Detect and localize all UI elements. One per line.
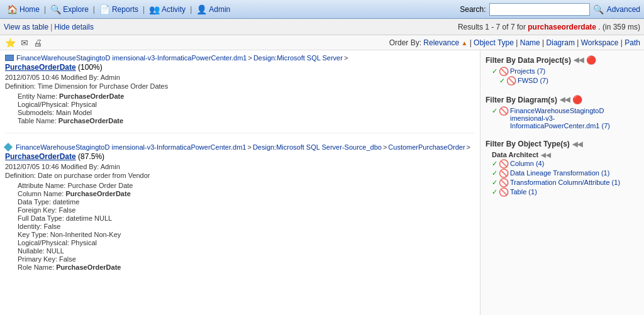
orderby-name[interactable]: Name	[520, 38, 540, 47]
filter-object-types: Filter By Object Type(s) ◀◀ Data Archite…	[486, 140, 639, 196]
view-as-table-link[interactable]: View as table	[4, 23, 48, 31]
diamond-icon	[4, 143, 13, 152]
advanced-link[interactable]: Advanced	[607, 5, 640, 14]
home-icon: 🏠	[7, 4, 18, 14]
filter-projects-link[interactable]: Projects (7)	[510, 67, 545, 75]
nav-reports[interactable]: 📄 Reports	[96, 3, 142, 16]
filter-column-link[interactable]: Column (4)	[510, 160, 544, 167]
filter-diagrams-toggle[interactable]: 🔴	[572, 95, 582, 104]
results-suffix: . (in 359 ms)	[598, 23, 640, 31]
orderby-objecttype[interactable]: Object Type	[474, 38, 514, 47]
filter-toggle-icon[interactable]: 🔴	[586, 55, 596, 65]
filter-item-transformation-col[interactable]: ✓ 🚫 Transformation Column/Attribute (1)	[492, 179, 639, 187]
result-link-1[interactable]: PurchaseOrderDate	[5, 63, 76, 72]
result-def-2: Definition: Date on purchase order from …	[5, 172, 475, 179]
orderby-label: Order By:	[389, 38, 421, 47]
filter-table-link[interactable]: Table (1)	[510, 188, 537, 196]
result-item: FinanceWarehouseStagingtoD imensional-v3…	[5, 54, 475, 133]
nav-explore-label: Explore	[63, 5, 89, 14]
filter-projects-label: Filter By Data Project(s)	[486, 56, 571, 65]
search-area: Search: 🔍 Advanced	[460, 3, 640, 16]
model-icon	[5, 55, 14, 61]
bc-link-4[interactable]: Design:Microsoft SQL Server-Source_dbo	[253, 143, 382, 151]
activity-icon: 👥	[149, 4, 160, 14]
nav-explore[interactable]: 🔍 Explore	[47, 3, 92, 16]
secondbar-left: View as table | Hide details	[4, 23, 94, 31]
filter-diagrams-label: Filter By Diagram(s)	[486, 96, 557, 104]
star-icon[interactable]: ⭐	[4, 38, 17, 48]
filter-lineage-link[interactable]: Data Lineage Transformation (1)	[510, 169, 609, 177]
filter-object-types-title: Filter By Object Type(s) ◀◀	[486, 140, 639, 148]
orderby-controls: Order By: Relevance ▲ | Object Type | Na…	[389, 38, 640, 47]
orderby-workspace[interactable]: Workspace	[581, 38, 619, 47]
nav-reports-label: Reports	[112, 5, 138, 14]
filter-transformcol-link[interactable]: Transformation Column/Attribute (1)	[510, 179, 620, 186]
filter-item-projects[interactable]: ✓ 🚫 Projects (7)	[492, 67, 639, 75]
bc-link-2[interactable]: Design:Microsoft SQL Server	[253, 54, 343, 62]
nav-admin-label: Admin	[209, 5, 230, 14]
filter-item-lineage[interactable]: ✓ 🚫 Data Lineage Transformation (1)	[492, 169, 639, 177]
nav-home[interactable]: 🏠 Home	[4, 3, 43, 16]
secondbar: View as table | Hide details Results 1 -…	[0, 19, 644, 35]
filter-item-diagram[interactable]: ✓ 🚫 FinanceWarehouseStagingtoD imensiona…	[492, 107, 639, 130]
filter-diagram-link[interactable]: FinanceWarehouseStagingtoD imensional-v3…	[510, 107, 639, 130]
nav-home-label: Home	[19, 5, 40, 14]
attr-row: Primary Key: False	[18, 255, 475, 263]
result-breadcrumb: FinanceWarehouseStagingtoD imensional-v3…	[5, 54, 475, 62]
attr-row: Role Name: PurchaseOrderDate	[18, 263, 475, 271]
bc-link-5[interactable]: CustomerPurchaseOrder	[388, 143, 465, 151]
hide-details-link[interactable]: Hide details	[54, 23, 94, 31]
filter-item-fwsd[interactable]: ✓ 🚫 FWSD (7)	[499, 77, 639, 85]
result-attrs-2: Attribute Name: Purchase Order Date Colu…	[5, 182, 475, 271]
nav-activity[interactable]: 👥 Activity	[146, 3, 189, 16]
filter-panel: Filter By Data Project(s) ◀◀ 🔴 ✓ 🚫 Proje…	[480, 50, 644, 315]
top-navigation: 🏠 Home | 🔍 Explore | 📄 Reports | 👥 Activ…	[0, 0, 644, 19]
search-label: Search:	[460, 5, 486, 14]
attr-row: Nullable: NULL	[18, 247, 475, 255]
bc-link-3[interactable]: FinanceWarehouseStagingtoD imensional-v3…	[16, 143, 246, 151]
data-architect-label: Data Architect	[492, 151, 538, 158]
filter-left-icon[interactable]: ◀◀	[574, 56, 584, 64]
orderby-path[interactable]: Path	[625, 38, 640, 47]
orderby-diagram[interactable]: Diagram	[547, 38, 575, 47]
filter-item-table[interactable]: ✓ 🚫 Table (1)	[492, 188, 639, 196]
print-icon[interactable]: 🖨	[32, 38, 43, 48]
search-input[interactable]	[489, 3, 590, 16]
explore-icon: 🔍	[50, 4, 61, 14]
attr-row: Identity: False	[18, 223, 475, 230]
result-item: FinanceWarehouseStagingtoD imensional-v3…	[5, 143, 475, 279]
filter-fwsd-link[interactable]: FWSD (7)	[518, 77, 548, 84]
attr-row: Attribute Name: Purchase Order Date	[18, 182, 475, 189]
attr-row: Table Name: PurchaseOrderDate	[18, 117, 475, 124]
result-attrs-1: Entity Name: PurchaseOrderDate Logical/P…	[5, 92, 475, 124]
search-button[interactable]: 🔍	[593, 4, 604, 14]
filter-diagrams-title: Filter By Diagram(s) ◀◀ 🔴	[486, 95, 639, 104]
attr-row: Logical/Physical: Physical	[18, 101, 475, 108]
filter-projects-title: Filter By Data Project(s) ◀◀ 🔴	[486, 55, 639, 65]
nav-activity-label: Activity	[162, 5, 186, 14]
data-architect-collapse-icon[interactable]: ◀◀	[541, 152, 551, 158]
result-title-1: PurchaseOrderDate (100%)	[5, 63, 475, 72]
attr-row: Full Data Type: datetime NULL	[18, 214, 475, 222]
main-content: FinanceWarehouseStagingtoD imensional-v3…	[0, 50, 644, 315]
attr-row: Foreign Key: False	[18, 206, 475, 214]
attr-row: Data Type: datetime	[18, 198, 475, 206]
results-panel: FinanceWarehouseStagingtoD imensional-v3…	[0, 50, 480, 315]
attr-row: Submodels: Main Model	[18, 109, 475, 116]
result-score-2: (87.5%)	[78, 152, 104, 161]
result-def-1: Definition: Time Dimension for Purchase …	[5, 82, 475, 90]
nav-admin[interactable]: 👤 Admin	[193, 3, 233, 16]
result-breadcrumb-2: FinanceWarehouseStagingtoD imensional-v3…	[5, 143, 475, 151]
reports-icon: 📄	[99, 4, 110, 14]
filter-item-column[interactable]: ✓ 🚫 Column (4)	[492, 160, 639, 168]
orderby-relevance[interactable]: Relevance	[423, 38, 459, 47]
attr-row: Column Name: PurchaseOrderDate	[18, 190, 475, 197]
filter-objtype-left-icon[interactable]: ◀◀	[572, 140, 582, 148]
result-link-2[interactable]: PurchaseOrderDate	[5, 152, 76, 161]
filter-object-types-label: Filter By Object Type(s)	[486, 140, 570, 148]
filter-diagrams-left-icon[interactable]: ◀◀	[560, 96, 570, 104]
results-query: purchaseorderdate	[528, 23, 596, 31]
mail-icon[interactable]: ✉	[19, 38, 30, 48]
bc-link-1[interactable]: FinanceWarehouseStagingtoD imensional-v3…	[16, 54, 247, 62]
attr-row: Key Type: Non-Inherited Non-Key	[18, 231, 475, 238]
